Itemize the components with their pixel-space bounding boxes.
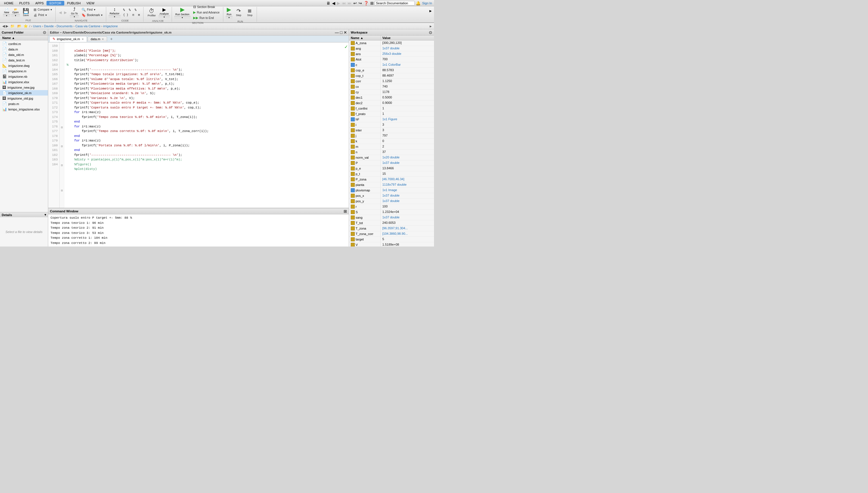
- details-expand-icon[interactable]: ▾: [44, 213, 46, 217]
- file-item-data-old[interactable]: 📄 data_old.m: [0, 52, 48, 57]
- ws-row-ans[interactable]: ans 256x3 double: [349, 51, 434, 57]
- cmd-expand-icon[interactable]: ⊞: [344, 209, 347, 214]
- ws-row-T_zona[interactable]: T_zona [96.3597,91.304...: [349, 226, 434, 231]
- breadcrumb-expand[interactable]: ▸: [430, 24, 432, 28]
- stop-button[interactable]: ⏹ Stop: [245, 7, 255, 18]
- ws-row-V[interactable]: V 1.5189e+08: [349, 242, 434, 246]
- open-arrow[interactable]: ▾: [11, 14, 20, 17]
- workspace-options-icon[interactable]: ⊙: [429, 30, 432, 35]
- ws-row-A_zona[interactable]: A_zona [300,280,120]: [349, 40, 434, 46]
- ws-row-target[interactable]: target 5: [349, 237, 434, 242]
- details-header[interactable]: Details ▾: [0, 212, 48, 217]
- toolbar-icon-4[interactable]: ⏮: [342, 1, 346, 5]
- toolbar-icon-9[interactable]: ⊞: [370, 1, 374, 5]
- file-item-data[interactable]: 📄 data.m: [0, 46, 48, 52]
- folder-browse-icon[interactable]: 📂: [17, 24, 22, 28]
- indent-button[interactable]: %: [122, 8, 127, 12]
- ws-row-dec1[interactable]: dec1 0.5000: [349, 95, 434, 101]
- folder-fav-icon[interactable]: ⭐: [23, 24, 28, 28]
- ws-row-k[interactable]: k 0: [349, 138, 434, 144]
- menu-plots[interactable]: PLOTS: [16, 1, 33, 5]
- folder-up-icon[interactable]: 📁: [10, 24, 15, 28]
- file-item-prato[interactable]: 📄 prato.m: [0, 101, 48, 106]
- compare-arrow[interactable]: ▾: [50, 8, 52, 11]
- analyze-arrow[interactable]: ▾: [158, 16, 170, 18]
- bookmark-arrow[interactable]: ▾: [101, 14, 103, 17]
- nav-back-icon[interactable]: ◀: [2, 24, 5, 28]
- ws-row-pos_x[interactable]: pos_x 1x37 double: [349, 193, 434, 198]
- breadcrumb-casa[interactable]: Casa via Cantone: [75, 24, 100, 28]
- tab-add-button[interactable]: ＋: [108, 37, 115, 42]
- editor-minimize-icon[interactable]: —: [335, 30, 339, 35]
- ws-row-cop_t[interactable]: cop_t 88.4697: [349, 73, 434, 79]
- file-item-old-jpg[interactable]: 🖼 irrigazione_old.jpg: [0, 95, 48, 101]
- fold-182[interactable]: ⊟: [60, 189, 64, 195]
- ws-row-hF[interactable]: hF 1x1 Figure: [349, 117, 434, 122]
- ws-row-inter[interactable]: inter 3: [349, 128, 434, 133]
- ws-row-sang[interactable]: sang 1x37 double: [349, 215, 434, 220]
- file-item-tempo[interactable]: 📊 tempo_irrigazione.xlsx: [0, 106, 48, 112]
- ws-row-S[interactable]: S 1.2324e+04: [349, 210, 434, 215]
- ws-row-cx[interactable]: cx 740: [349, 84, 434, 89]
- file-item-data-test[interactable]: 📄 data_test.m: [0, 57, 48, 63]
- tab-data[interactable]: data.m ✕: [88, 37, 107, 41]
- toolbar-icon-1[interactable]: 🖥: [326, 1, 331, 5]
- ws-row-i[interactable]: i 3: [349, 122, 434, 128]
- ws-row-p_e[interactable]: p_e 13.8466: [349, 166, 434, 171]
- file-item-nb[interactable]: 📓 irrigazione.nb: [0, 74, 48, 79]
- run-to-end-button[interactable]: ▶▶ Run to End: [191, 15, 221, 20]
- find-button[interactable]: 🔍 Find ▾: [80, 7, 104, 12]
- ws-row-T_tot[interactable]: T_tot 240.6053: [349, 220, 434, 226]
- find-arrow[interactable]: ▾: [94, 8, 95, 11]
- print-button[interactable]: 🖨 Print ▾: [32, 13, 54, 18]
- step-button[interactable]: ↷ Step: [233, 7, 244, 18]
- file-list[interactable]: 📄 confini.m 📄 data.m 📄 data_old.m 📄 data…: [0, 40, 48, 212]
- ws-row-pianta[interactable]: pianta 1118x797 double: [349, 182, 434, 188]
- code-editor[interactable]: xlabel('Fluvio [mm]'); ylabel('Percentag…: [64, 42, 349, 208]
- comment-button[interactable]: %: [127, 8, 132, 12]
- forward-arrow[interactable]: ▶: [63, 10, 68, 15]
- analyze-button-main[interactable]: ▶ Analyze: [158, 6, 170, 16]
- ws-row-f_prato[interactable]: f_prato 1: [349, 111, 434, 117]
- tab-irrigazione-ok[interactable]: ✎ irrigazione_ok.m ✕: [49, 36, 87, 42]
- editor-maximize-icon[interactable]: □: [340, 30, 342, 35]
- open-button-main[interactable]: 📂 Open: [11, 8, 20, 14]
- search-input[interactable]: [375, 1, 415, 5]
- new-arrow[interactable]: ▾: [3, 14, 10, 17]
- breadcrumb-documents[interactable]: Documents: [57, 24, 72, 28]
- ws-row-P_zona[interactable]: P_zona [46.7000,46.34]: [349, 177, 434, 182]
- refactor-arrow[interactable]: ▾: [108, 15, 121, 18]
- fold-172[interactable]: ⊟: [60, 126, 64, 132]
- toolbar-icon-3[interactable]: ▶: [337, 1, 340, 5]
- menu-home[interactable]: HOME: [1, 1, 16, 5]
- ws-row-f_confini[interactable]: f_confini 1: [349, 106, 434, 111]
- toolbar-notify[interactable]: 🔔: [416, 1, 421, 5]
- goto-arrow[interactable]: ▾: [70, 15, 79, 18]
- ws-row-m[interactable]: m 2: [349, 144, 434, 150]
- ws-row-corr[interactable]: corr 1.1250: [349, 79, 434, 84]
- breadcrumb-irrigazione[interactable]: irrigazione: [103, 24, 118, 28]
- ws-row-Atot[interactable]: Atot 700: [349, 57, 434, 62]
- run-section-arrow[interactable]: ▾: [174, 16, 191, 19]
- section-break-button[interactable]: ⊟ Section Break: [191, 4, 221, 9]
- file-item-ok[interactable]: 📄 irrigazione_ok.m: [0, 90, 48, 95]
- ws-row-norm_val[interactable]: norm_val 1x20 double: [349, 155, 434, 160]
- file-item-irrigazione[interactable]: 📄 irrigazione.m: [0, 68, 48, 74]
- ws-row-T_zona_corr[interactable]: T_zona_corr [104.3860,98.90...: [349, 231, 434, 237]
- ws-row-P[interactable]: P 1x37 double: [349, 160, 434, 166]
- toolbar-icon-6[interactable]: ↩: [353, 1, 357, 5]
- goto-button-main[interactable]: ⤴ Go To: [70, 6, 79, 15]
- ws-row-pos_y[interactable]: pos_y 1x37 double: [349, 198, 434, 204]
- fold-175[interactable]: ⊟: [60, 145, 64, 151]
- fold-178[interactable]: ⊟: [60, 164, 64, 170]
- run-advance-button[interactable]: ▶ Run and Advance: [191, 10, 221, 15]
- toolbar-icon-8[interactable]: ❓: [364, 1, 368, 5]
- ws-row-c[interactable]: c 1x1 ColorBar: [349, 62, 434, 68]
- menu-editor[interactable]: EDITOR: [46, 1, 64, 5]
- print-arrow[interactable]: ▾: [45, 14, 47, 17]
- toolbar-icon-7[interactable]: ↪: [359, 1, 362, 5]
- toggle-button[interactable]: ⊟: [131, 13, 136, 17]
- uncomment-button[interactable]: %: [133, 8, 138, 12]
- ws-row-r[interactable]: r 100: [349, 204, 434, 210]
- breadcrumb-users[interactable]: Users: [33, 24, 41, 28]
